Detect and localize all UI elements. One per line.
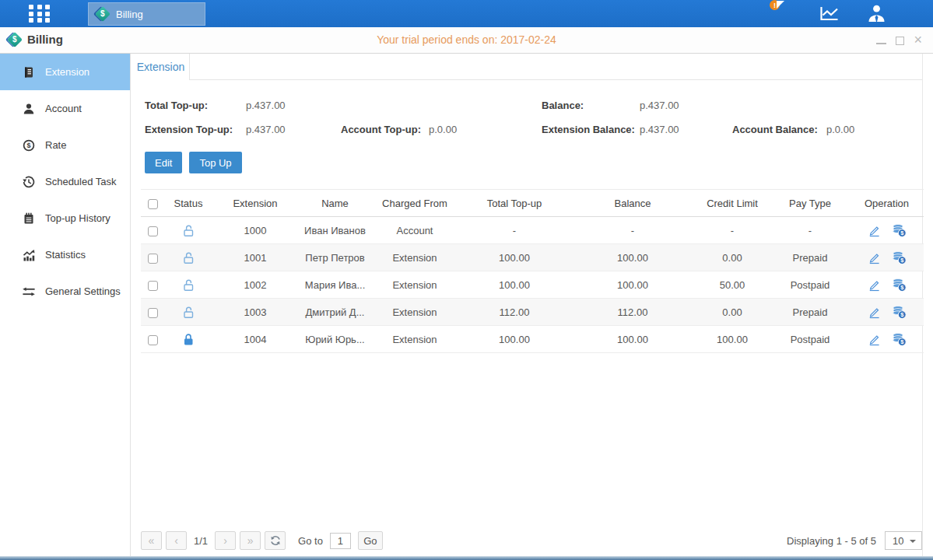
sidebar-item-general-settings[interactable]: General Settings — [0, 273, 130, 310]
tab-extension[interactable]: Extension — [132, 54, 190, 80]
cell-charged-from: Account — [372, 217, 458, 244]
statistics-chart-icon[interactable] — [819, 5, 840, 24]
window-bottom-edge — [0, 556, 933, 560]
status-unlocked-icon[interactable] — [182, 278, 195, 292]
total-topup-value: p.437.00 — [246, 100, 341, 111]
col-extension: Extension — [212, 190, 298, 217]
last-page-button[interactable]: » — [240, 531, 261, 550]
close-icon[interactable]: × — [914, 33, 922, 47]
status-locked-icon[interactable] — [182, 333, 195, 346]
top-bar: $ Billing ! — [0, 0, 933, 27]
cell-pay-type: - — [770, 217, 850, 244]
table-row: 1002 Мария Ива... Extension 100.00 100.0… — [141, 271, 924, 299]
sidebar-item-label: Statistics — [45, 249, 86, 261]
edit-row-icon[interactable] — [868, 224, 881, 237]
col-name: Name — [298, 190, 372, 217]
go-button[interactable]: Go — [358, 531, 383, 550]
statistics-icon — [23, 249, 35, 261]
row-checkbox[interactable] — [148, 254, 158, 264]
cell-total-topup: 100.00 — [458, 244, 571, 271]
topup-row-icon[interactable]: $ — [892, 224, 907, 237]
sidebar-item-extension[interactable]: Extension — [0, 54, 130, 90]
sidebar-item-label: Rate — [45, 139, 66, 151]
status-unlocked-icon[interactable] — [182, 306, 195, 319]
cell-name: Петр Петров — [298, 244, 372, 271]
maximize-icon[interactable] — [896, 37, 904, 45]
prev-page-button[interactable]: ‹ — [166, 531, 187, 550]
cell-credit-limit: 0.00 — [694, 299, 770, 326]
apps-grid-icon[interactable] — [29, 5, 54, 23]
pagination-bar: « ‹ 1/1 › » Go to Go Displaying 1 - 5 of… — [141, 530, 922, 551]
cell-balance: - — [571, 217, 694, 244]
page-size-select[interactable]: 10 — [885, 531, 922, 550]
edit-row-icon[interactable] — [868, 306, 881, 319]
refresh-icon — [270, 535, 281, 546]
table-header-row: Status Extension Name Charged From Total… — [141, 190, 924, 217]
status-unlocked-icon[interactable] — [182, 224, 195, 237]
extension-topup-label: Extension Top-up: — [145, 124, 246, 135]
sidebar-item-rate[interactable]: $ Rate — [0, 127, 130, 163]
row-checkbox[interactable] — [148, 281, 158, 291]
cell-total-topup: 100.00 — [458, 271, 571, 299]
cell-name: Юрий Юрь... — [298, 326, 372, 353]
cell-credit-limit: 50.00 — [694, 271, 770, 299]
cell-credit-limit: 100.00 — [694, 326, 770, 353]
edit-row-icon[interactable] — [868, 251, 881, 264]
cell-extension: 1002 — [212, 271, 298, 299]
sidebar-item-account[interactable]: Account — [0, 90, 130, 127]
extension-table: Status Extension Name Charged From Total… — [141, 189, 922, 353]
window-title-bar: $ Billing Your trial period ends on: 201… — [0, 27, 933, 54]
sidebar: Extension Account $ Rate Scheduled Task … — [0, 54, 131, 556]
row-checkbox[interactable] — [148, 308, 158, 318]
row-checkbox[interactable] — [148, 226, 158, 236]
notification-badge: ! — [770, 0, 780, 10]
cell-pay-type: Prepaid — [770, 244, 850, 271]
topup-row-icon[interactable]: $ — [892, 306, 907, 319]
table-row: 1004 Юрий Юрь... Extension 100.00 100.00… — [141, 326, 924, 353]
extension-balance-label: Extension Balance: — [542, 124, 640, 135]
rate-icon: $ — [23, 139, 35, 152]
cell-extension: 1000 — [212, 217, 298, 244]
table-row: 1001 Петр Петров Extension 100.00 100.00… — [141, 244, 924, 271]
page-size-value: 10 — [893, 535, 903, 547]
edit-button[interactable]: Edit — [145, 152, 182, 173]
first-page-button[interactable]: « — [141, 531, 162, 550]
sidebar-item-statistics[interactable]: Statistics — [0, 236, 130, 273]
account-topup-label: Account Top-up: — [341, 124, 429, 135]
top-up-button[interactable]: Top Up — [189, 152, 241, 173]
sidebar-item-label: Top-up History — [45, 212, 110, 224]
minimize-icon[interactable] — [876, 43, 886, 44]
cell-pay-type: Prepaid — [770, 299, 850, 326]
tab-strip: Extension — [132, 54, 922, 86]
extension-icon — [23, 66, 35, 79]
select-all-checkbox[interactable] — [148, 199, 158, 209]
edit-row-icon[interactable] — [868, 278, 881, 292]
goto-page-input[interactable] — [330, 533, 351, 549]
account-icon — [23, 103, 35, 115]
sidebar-item-scheduled-task[interactable]: Scheduled Task — [0, 163, 130, 200]
trial-notice: Your trial period ends on: 2017-02-24 — [0, 33, 933, 46]
taskbar-tab-billing[interactable]: $ Billing — [88, 2, 205, 26]
cell-name: Мария Ива... — [298, 271, 372, 299]
sidebar-item-topup-history[interactable]: Top-up History — [0, 200, 130, 236]
cell-balance: 100.00 — [571, 244, 694, 271]
account-balance-value: p.0.00 — [826, 124, 854, 135]
cell-extension: 1003 — [212, 299, 298, 326]
sidebar-item-label: Scheduled Task — [45, 176, 117, 187]
next-page-button[interactable]: › — [215, 531, 236, 550]
topup-row-icon[interactable]: $ — [892, 251, 907, 264]
user-icon[interactable] — [867, 4, 886, 25]
topup-row-icon[interactable]: $ — [892, 278, 907, 292]
row-checkbox[interactable] — [148, 335, 158, 345]
cell-balance: 100.00 — [571, 326, 694, 353]
col-pay-type: Pay Type — [770, 190, 850, 217]
edit-row-icon[interactable] — [868, 333, 881, 346]
refresh-button[interactable] — [265, 531, 286, 550]
status-unlocked-icon[interactable] — [182, 251, 195, 264]
topup-row-icon[interactable]: $ — [892, 333, 907, 346]
displaying-info: Displaying 1 - 5 of 5 — [787, 535, 876, 547]
col-charged-from: Charged From — [372, 190, 458, 217]
col-operation: Operation — [850, 190, 924, 217]
cell-balance: 100.00 — [571, 271, 694, 299]
cell-credit-limit: 0.00 — [694, 244, 770, 271]
